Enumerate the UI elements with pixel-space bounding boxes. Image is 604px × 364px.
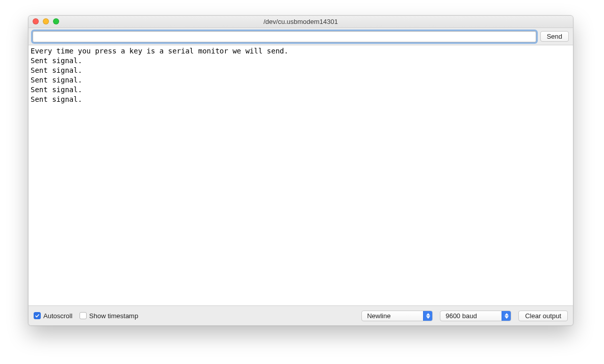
autoscroll-label: Autoscroll (43, 312, 72, 320)
baud-rate-value: 9600 baud (445, 312, 477, 320)
close-icon[interactable] (33, 18, 39, 24)
show-timestamp-checkbox[interactable]: Show timestamp (80, 312, 138, 320)
serial-input[interactable] (33, 31, 536, 42)
svg-marker-1 (426, 316, 430, 319)
show-timestamp-label: Show timestamp (89, 312, 138, 320)
send-toolbar: Send (29, 28, 573, 45)
svg-marker-2 (505, 313, 509, 316)
line-ending-select[interactable]: Newline (361, 311, 433, 321)
checkbox-icon (80, 312, 87, 319)
minimize-icon[interactable] (43, 18, 49, 24)
serial-log[interactable]: Every time you press a key is a serial m… (29, 45, 573, 306)
updown-arrows-icon (502, 311, 511, 321)
titlebar: /dev/cu.usbmodem14301 (29, 16, 573, 28)
send-button[interactable]: Send (540, 31, 569, 42)
clear-output-button[interactable]: Clear output (518, 311, 568, 321)
svg-marker-3 (505, 316, 509, 319)
svg-marker-0 (426, 313, 430, 316)
baud-rate-select[interactable]: 9600 baud (440, 311, 511, 321)
window-controls (33, 18, 59, 24)
window-title: /dev/cu.usbmodem14301 (264, 18, 338, 25)
updown-arrows-icon (423, 311, 432, 321)
line-ending-value: Newline (367, 312, 390, 320)
zoom-icon[interactable] (53, 18, 59, 24)
checkbox-icon (34, 312, 41, 319)
bottom-toolbar: Autoscroll Show timestamp Newline 9600 b… (29, 306, 573, 325)
serial-monitor-window: /dev/cu.usbmodem14301 Send Every time yo… (28, 15, 573, 326)
autoscroll-checkbox[interactable]: Autoscroll (34, 312, 72, 320)
